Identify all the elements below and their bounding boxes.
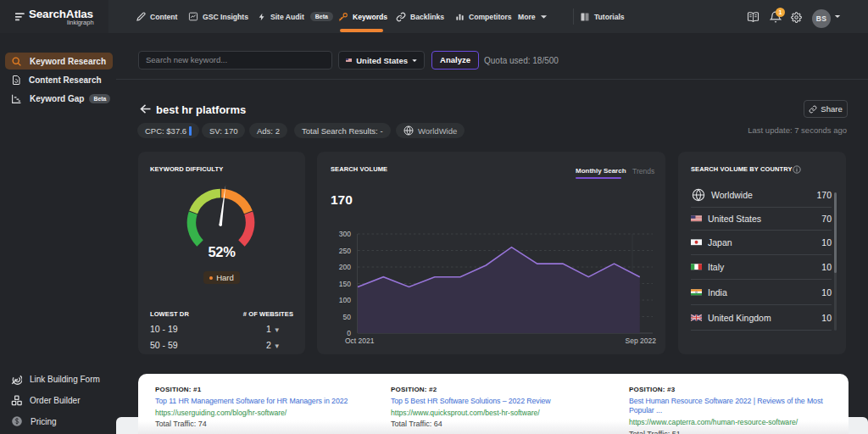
svg-text:300: 300 [339, 230, 351, 238]
svg-text:Sep 2022: Sep 2022 [626, 337, 657, 345]
svg-text:250: 250 [339, 247, 351, 255]
svg-text:150: 150 [339, 280, 351, 288]
svg-text:100: 100 [339, 296, 351, 304]
svg-text:50: 50 [343, 313, 352, 321]
svg-text:200: 200 [339, 263, 351, 271]
svg-text:Oct 2021: Oct 2021 [345, 337, 375, 345]
